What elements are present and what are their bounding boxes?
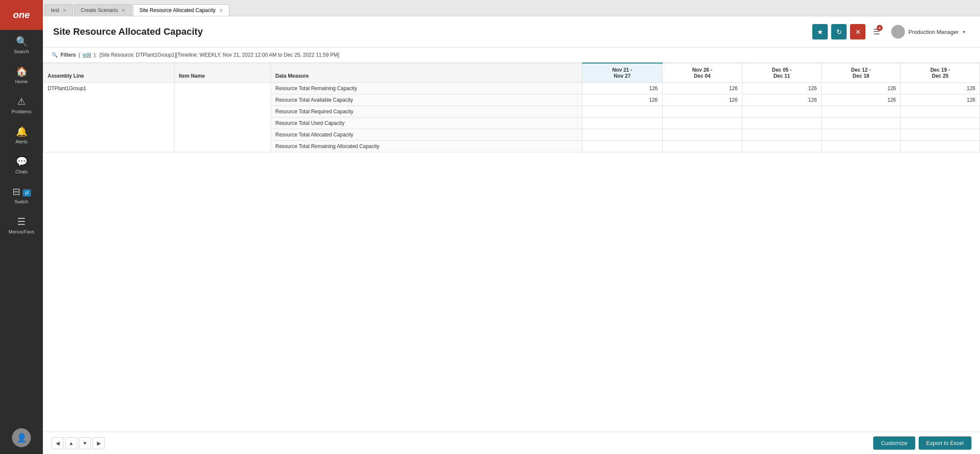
- sidebar-item-label: Switch: [15, 199, 28, 204]
- value-cell: [742, 106, 821, 118]
- col-dec19: Dec 19 -Dec 25: [901, 63, 980, 83]
- user-name: Production Manager: [908, 29, 959, 35]
- filter-edit-parens: (: [78, 52, 80, 58]
- value-cell: 126: [821, 83, 901, 94]
- value-cell: [821, 141, 901, 152]
- star-icon: ★: [817, 28, 823, 36]
- sidebar-item-chats[interactable]: 💬 Chats: [0, 150, 43, 180]
- pagination: ◀ ▲ ▼ ▶: [51, 437, 105, 449]
- sidebar-item-label: Search: [14, 49, 29, 54]
- value-cell: 126: [901, 83, 980, 94]
- value-cell: [742, 118, 821, 129]
- sidebar-item-home[interactable]: 🏠 Home: [0, 60, 43, 90]
- export-button[interactable]: Export to Excel: [919, 436, 971, 450]
- sidebar-item-label: Home: [15, 79, 27, 84]
- user-dropdown[interactable]: Production Manager ▼: [888, 23, 970, 40]
- chevron-down-icon: ▼: [962, 30, 966, 34]
- value-cell: [821, 118, 901, 129]
- tab-site-resource[interactable]: Site Resource Allocated Capacity ✕: [133, 4, 229, 16]
- header-actions: ★ ↻ ✕ ☰ ● Production Manager ▼: [812, 23, 970, 40]
- value-cell: [582, 129, 662, 141]
- value-cell: 126: [582, 83, 662, 94]
- measure-name-cell: Resource Total Used Capacity: [271, 118, 582, 129]
- value-cell: 126: [582, 94, 662, 106]
- value-cell: [662, 106, 742, 118]
- sidebar-item-menus[interactable]: ☰ Menus/Favs: [0, 210, 43, 240]
- tab-label: Site Resource Allocated Capacity: [139, 7, 215, 13]
- close-button[interactable]: ✕: [850, 24, 865, 39]
- data-table-container: Assembly Line Item Name Data Measure Nov…: [43, 63, 980, 432]
- home-icon: 🏠: [16, 66, 27, 77]
- measure-name-cell: Resource Total Required Capacity: [271, 106, 582, 118]
- col-nov21: Nov 21 -Nov 27: [582, 63, 662, 83]
- search-icon: 🔍: [16, 36, 27, 47]
- close-icon: ✕: [855, 28, 861, 36]
- app-logo[interactable]: one: [0, 0, 43, 30]
- switch-badge: ⇄: [23, 189, 31, 197]
- favorite-button[interactable]: ★: [812, 24, 828, 39]
- menu-icon: ☰: [17, 216, 26, 227]
- value-cell: [901, 106, 980, 118]
- item-name-cell: [174, 83, 271, 152]
- pagination-prev[interactable]: ▲: [65, 437, 77, 449]
- sidebar-item-problems[interactable]: ⚠ Problems: [0, 90, 43, 120]
- pagination-first[interactable]: ◀: [51, 437, 63, 449]
- notification-badge: ●: [877, 25, 883, 31]
- tab-bar: test ✕ Create Scenario ✕ Site Resource A…: [43, 0, 980, 16]
- warning-icon: ⚠: [17, 96, 26, 107]
- sidebar-item-search[interactable]: 🔍 Search: [0, 30, 43, 60]
- user-avatar: [891, 25, 905, 39]
- avatar-icon: 👤: [16, 433, 27, 443]
- avatar[interactable]: 👤: [12, 428, 31, 447]
- pagination-last[interactable]: ▶: [93, 437, 105, 449]
- filter-bar: 🔍 Filters (edit): [Site Resource: DTPlan…: [43, 48, 980, 63]
- tab-close-create[interactable]: ✕: [121, 8, 125, 13]
- value-cell: 126: [742, 83, 821, 94]
- col-dec05: Dec 05 -Dec 11: [742, 63, 821, 83]
- measure-name-cell: Resource Total Remaining Allocated Capac…: [271, 141, 582, 152]
- customize-button[interactable]: Customize: [873, 436, 915, 450]
- col-assembly-line: Assembly Line: [43, 63, 175, 83]
- sidebar-item-switch[interactable]: ⊟ ⇄ Switch: [0, 180, 43, 210]
- tab-test[interactable]: test ✕: [45, 4, 73, 16]
- footer-actions: Customize Export to Excel: [873, 436, 971, 450]
- filter-edit-parens-close: ):: [93, 52, 96, 58]
- tab-close-site[interactable]: ✕: [219, 8, 223, 13]
- value-cell: [662, 118, 742, 129]
- tab-label: test: [51, 7, 59, 13]
- sidebar-item-label: Alerts: [15, 139, 27, 144]
- chat-icon: 💬: [16, 156, 27, 167]
- value-cell: [901, 141, 980, 152]
- tab-close-test[interactable]: ✕: [63, 8, 66, 13]
- filter-edit-link[interactable]: edit: [83, 52, 91, 58]
- notification-button[interactable]: ☰ ●: [869, 24, 884, 39]
- content-area: 🔍 Filters (edit): [Site Resource: DTPlan…: [43, 48, 980, 454]
- value-cell: [582, 106, 662, 118]
- col-item-name: Item Name: [174, 63, 271, 83]
- col-dec12: Dec 12 -Dec 18: [821, 63, 901, 83]
- value-cell: [582, 118, 662, 129]
- bell-icon: 🔔: [16, 126, 27, 137]
- table-row: DTPlant1Group1Resource Total Remaining C…: [43, 83, 980, 94]
- value-cell: 126: [742, 94, 821, 106]
- refresh-button[interactable]: ↻: [831, 24, 847, 39]
- col-data-measure: Data Measure: [271, 63, 582, 83]
- sidebar-item-label: Problems: [12, 109, 31, 114]
- value-cell: 126: [662, 94, 742, 106]
- sidebar-item-alerts[interactable]: 🔔 Alerts: [0, 120, 43, 150]
- data-table: Assembly Line Item Name Data Measure Nov…: [43, 63, 980, 152]
- sidebar-item-label: Menus/Favs: [9, 229, 34, 234]
- value-cell: [821, 129, 901, 141]
- value-cell: [821, 106, 901, 118]
- measure-name-cell: Resource Total Available Capacity: [271, 94, 582, 106]
- page-title: Site Resource Allocated Capacity: [53, 26, 812, 37]
- value-cell: [901, 129, 980, 141]
- filter-text: [Site Resource: DTPlant1Group1][Timeline…: [100, 52, 339, 58]
- refresh-icon: ↻: [836, 28, 842, 36]
- pagination-next[interactable]: ▼: [79, 437, 91, 449]
- value-cell: [582, 141, 662, 152]
- tab-create-scenario[interactable]: Create Scenario ✕: [74, 4, 132, 16]
- sidebar: one 🔍 Search 🏠 Home ⚠ Problems 🔔 Alerts …: [0, 0, 43, 454]
- value-cell: [901, 118, 980, 129]
- sidebar-item-label: Chats: [15, 169, 28, 174]
